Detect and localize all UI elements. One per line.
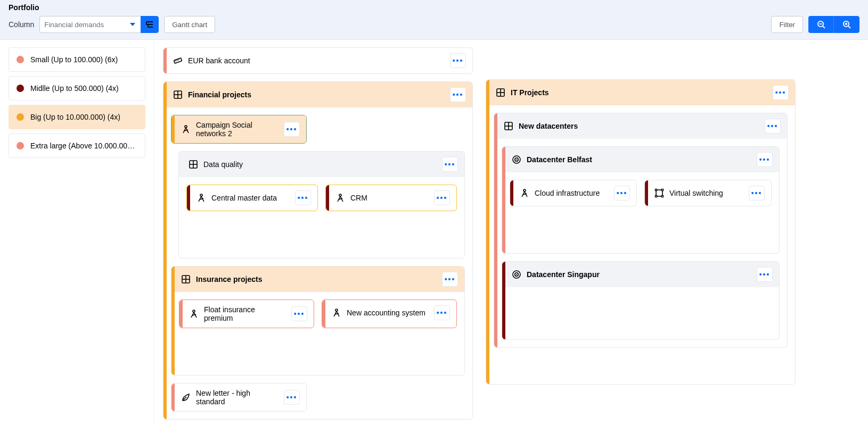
- legend-item-small[interactable]: Small (Up to 100.000) (6x): [9, 47, 145, 72]
- card-more-button[interactable]: •••: [757, 267, 773, 282]
- gantt-chart-button[interactable]: Gantt chart: [164, 16, 215, 33]
- card-more-button[interactable]: •••: [284, 390, 300, 405]
- leaf-icon: [181, 393, 191, 402]
- card-campaign-social-networks-2[interactable]: Campaign Social networks 2 •••: [171, 115, 307, 144]
- card-title: Central master data: [211, 194, 290, 202]
- card-more-button[interactable]: •••: [765, 119, 781, 134]
- toolbar: Column Financial demands Gantt chart Fil…: [9, 16, 859, 33]
- column-select[interactable]: Financial demands: [39, 16, 141, 33]
- card-more-button[interactable]: •••: [450, 53, 466, 68]
- compass-icon: [335, 193, 345, 203]
- card-title: Virtual switching: [669, 189, 743, 197]
- dot-icon: [17, 56, 24, 63]
- dot-icon: [17, 113, 24, 121]
- legend-item-label: Midlle (Up to 500.000) (4x): [30, 84, 119, 93]
- filter-button[interactable]: Filter: [771, 16, 803, 33]
- ruler-icon: [173, 56, 183, 65]
- compass-icon: [181, 124, 191, 134]
- card-more-button[interactable]: •••: [614, 186, 630, 201]
- card-title: CRM: [350, 194, 429, 202]
- board: EUR bank account ••• Financial projects …: [154, 40, 868, 425]
- card-central-master-data[interactable]: Central master data •••: [186, 185, 318, 211]
- card-title: IT Projects: [511, 88, 767, 97]
- zoom-out-icon: [816, 20, 826, 29]
- card-more-button[interactable]: •••: [442, 157, 458, 172]
- card-cloud-infrastructure[interactable]: Cloud infrastructure •••: [510, 180, 637, 206]
- card-new-datacenters[interactable]: New datacenters ••• Datacenter Belfast: [494, 113, 788, 348]
- column-tree-button[interactable]: [141, 16, 159, 33]
- tree-icon: [145, 20, 154, 29]
- shape-icon: [654, 188, 664, 198]
- card-it-projects[interactable]: IT Projects ••• New datacenters •••: [486, 79, 796, 385]
- legend-item-big[interactable]: Big (Up to 10.000.000) (4x): [9, 105, 145, 129]
- grid-icon: [496, 88, 505, 97]
- card-virtual-switching[interactable]: Virtual switching •••: [644, 180, 772, 206]
- card-title: New letter - high standard: [196, 389, 279, 406]
- card-float-insurance-premium[interactable]: Float insurance premium •••: [179, 299, 314, 328]
- card-more-button[interactable]: •••: [434, 190, 450, 205]
- card-crm[interactable]: CRM •••: [325, 185, 457, 211]
- card-more-button[interactable]: •••: [295, 190, 311, 205]
- dot-icon: [17, 142, 24, 149]
- card-more-button[interactable]: •••: [442, 272, 458, 287]
- card-title: Data quality: [203, 160, 437, 169]
- compass-icon: [520, 188, 529, 198]
- header: Portfolio Column Financial demands Gantt…: [0, 0, 868, 40]
- legend-sidebar: Small (Up to 100.000) (6x) Midlle (Up to…: [0, 40, 154, 425]
- dot-icon: [17, 85, 24, 92]
- card-more-button[interactable]: •••: [749, 186, 765, 201]
- column-label: Column: [9, 20, 34, 29]
- card-title: Financial projects: [188, 90, 445, 99]
- card-more-button[interactable]: •••: [450, 87, 466, 102]
- card-more-button[interactable]: •••: [773, 85, 789, 100]
- card-title: Campaign Social networks 2: [196, 121, 279, 138]
- card-title: Float insurance premium: [204, 305, 286, 322]
- board-column-1: IT Projects ••• New datacenters •••: [486, 47, 796, 385]
- card-eur-bank-account[interactable]: EUR bank account •••: [163, 47, 473, 74]
- card-more-button[interactable]: •••: [434, 305, 450, 320]
- legend-item-extra-large[interactable]: Extra large (Above 10.000.000) (…: [9, 134, 145, 158]
- page-title: Portfolio: [9, 0, 859, 16]
- card-more-button[interactable]: •••: [284, 122, 300, 137]
- legend-item-label: Extra large (Above 10.000.000) (…: [30, 141, 137, 150]
- card-title: Datacenter Singapur: [527, 270, 751, 279]
- card-new-letter-high-standard[interactable]: New letter - high standard •••: [171, 383, 307, 412]
- card-title: Datacenter Belfast: [527, 155, 751, 164]
- card-datacenter-singapur[interactable]: Datacenter Singapur •••: [502, 261, 780, 340]
- card-title: EUR bank account: [188, 56, 445, 65]
- legend-item-label: Small (Up to 100.000) (6x): [30, 55, 118, 64]
- card-title: Insurance projects: [196, 275, 437, 284]
- card-title: New datacenters: [519, 122, 759, 130]
- grid-icon: [189, 160, 198, 169]
- legend-item-midlle[interactable]: Midlle (Up to 500.000) (4x): [9, 76, 145, 101]
- compass-icon: [189, 309, 199, 319]
- card-title: Cloud infrastructure: [535, 189, 609, 197]
- target-icon: [512, 155, 521, 164]
- card-data-quality[interactable]: Data quality ••• Central master: [178, 151, 465, 259]
- board-column-0: EUR bank account ••• Financial projects …: [163, 47, 473, 420]
- card-title: New accounting system: [347, 309, 429, 317]
- zoom-in-icon: [842, 20, 851, 29]
- card-more-button[interactable]: •••: [291, 306, 307, 321]
- grid-icon: [504, 121, 513, 131]
- card-new-accounting-system[interactable]: New accounting system •••: [322, 299, 457, 328]
- legend-item-label: Big (Up to 10.000.000) (4x): [30, 113, 120, 121]
- compass-icon: [332, 308, 341, 318]
- zoom-in-button[interactable]: [834, 16, 859, 33]
- target-icon: [512, 270, 521, 279]
- zoom-out-button[interactable]: [808, 16, 834, 33]
- grid-icon: [181, 274, 191, 284]
- card-financial-projects[interactable]: Financial projects ••• Campaign Social n…: [163, 81, 473, 420]
- card-insurance-projects[interactable]: Insurance projects ••• Float in: [171, 266, 465, 376]
- grid-icon: [173, 90, 183, 99]
- card-more-button[interactable]: •••: [757, 152, 773, 167]
- card-datacenter-belfast[interactable]: Datacenter Belfast •••: [502, 146, 780, 254]
- compass-icon: [196, 193, 206, 203]
